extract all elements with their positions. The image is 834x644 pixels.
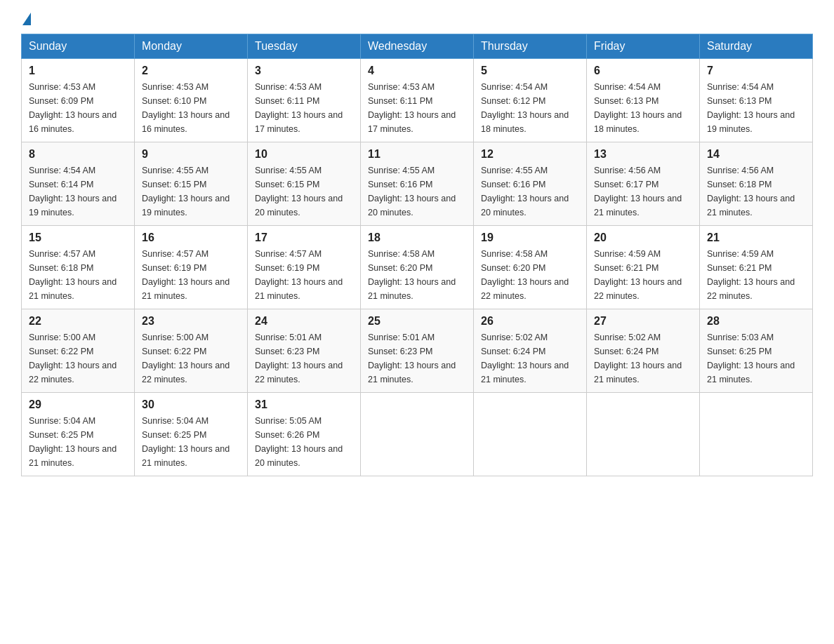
day-number: 29 [29, 398, 127, 411]
day-info: Sunrise: 5:01 AMSunset: 6:23 PMDaylight:… [368, 330, 466, 387]
day-number: 3 [255, 65, 353, 77]
calendar-week-row: 1Sunrise: 4:53 AMSunset: 6:09 PMDaylight… [22, 59, 813, 142]
day-number: 26 [481, 315, 579, 328]
weekday-header-thursday: Thursday [474, 34, 587, 59]
calendar-cell: 22Sunrise: 5:00 AMSunset: 6:22 PMDayligh… [22, 309, 135, 393]
calendar-cell: 19Sunrise: 4:58 AMSunset: 6:20 PMDayligh… [474, 226, 587, 309]
day-number: 27 [594, 315, 692, 328]
day-info: Sunrise: 4:53 AMSunset: 6:10 PMDaylight:… [142, 80, 240, 136]
calendar-cell: 8Sunrise: 4:54 AMSunset: 6:14 PMDaylight… [22, 142, 135, 226]
day-number: 24 [255, 315, 353, 328]
calendar-cell: 3Sunrise: 4:53 AMSunset: 6:11 PMDaylight… [248, 59, 361, 142]
day-number: 5 [481, 65, 579, 77]
day-info: Sunrise: 5:03 AMSunset: 6:25 PMDaylight:… [707, 330, 805, 387]
day-number: 25 [368, 315, 466, 328]
calendar-cell: 17Sunrise: 4:57 AMSunset: 6:19 PMDayligh… [248, 226, 361, 309]
calendar-table: SundayMondayTuesdayWednesdayThursdayFrid… [21, 34, 813, 476]
day-number: 9 [142, 148, 240, 161]
day-info: Sunrise: 4:55 AMSunset: 6:16 PMDaylight:… [481, 163, 579, 220]
day-info: Sunrise: 4:53 AMSunset: 6:11 PMDaylight:… [368, 80, 466, 136]
day-info: Sunrise: 4:54 AMSunset: 6:13 PMDaylight:… [594, 80, 692, 136]
day-info: Sunrise: 5:02 AMSunset: 6:24 PMDaylight:… [481, 330, 579, 387]
day-number: 14 [707, 148, 805, 161]
calendar-cell: 5Sunrise: 4:54 AMSunset: 6:12 PMDaylight… [474, 59, 587, 142]
calendar-cell: 23Sunrise: 5:00 AMSunset: 6:22 PMDayligh… [135, 309, 248, 393]
day-info: Sunrise: 5:04 AMSunset: 6:25 PMDaylight:… [29, 414, 127, 470]
calendar-cell: 26Sunrise: 5:02 AMSunset: 6:24 PMDayligh… [474, 309, 587, 393]
day-number: 11 [368, 148, 466, 161]
day-number: 22 [29, 315, 127, 328]
day-number: 4 [368, 65, 466, 77]
day-info: Sunrise: 4:57 AMSunset: 6:19 PMDaylight:… [142, 247, 240, 303]
day-info: Sunrise: 4:55 AMSunset: 6:15 PMDaylight:… [142, 163, 240, 220]
calendar-cell: 11Sunrise: 4:55 AMSunset: 6:16 PMDayligh… [361, 142, 474, 226]
calendar-cell: 15Sunrise: 4:57 AMSunset: 6:18 PMDayligh… [22, 226, 135, 309]
weekday-header-sunday: Sunday [22, 34, 135, 59]
day-info: Sunrise: 4:53 AMSunset: 6:11 PMDaylight:… [255, 80, 353, 136]
calendar-cell: 25Sunrise: 5:01 AMSunset: 6:23 PMDayligh… [361, 309, 474, 393]
day-info: Sunrise: 5:04 AMSunset: 6:25 PMDaylight:… [142, 414, 240, 470]
weekday-header-tuesday: Tuesday [248, 34, 361, 59]
day-number: 12 [481, 148, 579, 161]
weekday-header-friday: Friday [587, 34, 700, 59]
day-info: Sunrise: 4:57 AMSunset: 6:18 PMDaylight:… [29, 247, 127, 303]
calendar-cell: 28Sunrise: 5:03 AMSunset: 6:25 PMDayligh… [700, 309, 813, 393]
calendar-cell: 9Sunrise: 4:55 AMSunset: 6:15 PMDaylight… [135, 142, 248, 226]
calendar-cell: 2Sunrise: 4:53 AMSunset: 6:10 PMDaylight… [135, 59, 248, 142]
day-number: 6 [594, 65, 692, 77]
day-info: Sunrise: 4:53 AMSunset: 6:09 PMDaylight:… [29, 80, 127, 136]
day-info: Sunrise: 4:59 AMSunset: 6:21 PMDaylight:… [707, 247, 805, 303]
calendar-cell: 31Sunrise: 5:05 AMSunset: 6:26 PMDayligh… [248, 393, 361, 476]
day-number: 8 [29, 148, 127, 161]
day-info: Sunrise: 4:58 AMSunset: 6:20 PMDaylight:… [481, 247, 579, 303]
calendar-week-row: 15Sunrise: 4:57 AMSunset: 6:18 PMDayligh… [22, 226, 813, 309]
day-info: Sunrise: 4:58 AMSunset: 6:20 PMDaylight:… [368, 247, 466, 303]
day-number: 7 [707, 65, 805, 77]
calendar-cell: 7Sunrise: 4:54 AMSunset: 6:13 PMDaylight… [700, 59, 813, 142]
calendar-week-row: 22Sunrise: 5:00 AMSunset: 6:22 PMDayligh… [22, 309, 813, 393]
calendar-cell: 24Sunrise: 5:01 AMSunset: 6:23 PMDayligh… [248, 309, 361, 393]
day-info: Sunrise: 4:54 AMSunset: 6:14 PMDaylight:… [29, 163, 127, 220]
day-info: Sunrise: 4:54 AMSunset: 6:13 PMDaylight:… [707, 80, 805, 136]
day-info: Sunrise: 4:57 AMSunset: 6:19 PMDaylight:… [255, 247, 353, 303]
logo [21, 14, 31, 27]
day-number: 19 [481, 232, 579, 244]
page-header [21, 14, 813, 27]
day-number: 16 [142, 232, 240, 244]
day-info: Sunrise: 5:01 AMSunset: 6:23 PMDaylight:… [255, 330, 353, 387]
day-number: 31 [255, 398, 353, 411]
day-info: Sunrise: 4:59 AMSunset: 6:21 PMDaylight:… [594, 247, 692, 303]
calendar-cell [361, 393, 474, 476]
day-info: Sunrise: 5:00 AMSunset: 6:22 PMDaylight:… [142, 330, 240, 387]
calendar-cell: 14Sunrise: 4:56 AMSunset: 6:18 PMDayligh… [700, 142, 813, 226]
calendar-cell: 30Sunrise: 5:04 AMSunset: 6:25 PMDayligh… [135, 393, 248, 476]
day-number: 28 [707, 315, 805, 328]
day-info: Sunrise: 5:02 AMSunset: 6:24 PMDaylight:… [594, 330, 692, 387]
day-number: 13 [594, 148, 692, 161]
weekday-header-row: SundayMondayTuesdayWednesdayThursdayFrid… [22, 34, 813, 59]
calendar-cell: 1Sunrise: 4:53 AMSunset: 6:09 PMDaylight… [22, 59, 135, 142]
weekday-header-saturday: Saturday [700, 34, 813, 59]
day-number: 10 [255, 148, 353, 161]
day-number: 23 [142, 315, 240, 328]
calendar-cell: 16Sunrise: 4:57 AMSunset: 6:19 PMDayligh… [135, 226, 248, 309]
calendar-cell: 4Sunrise: 4:53 AMSunset: 6:11 PMDaylight… [361, 59, 474, 142]
day-info: Sunrise: 4:54 AMSunset: 6:12 PMDaylight:… [481, 80, 579, 136]
calendar-cell: 6Sunrise: 4:54 AMSunset: 6:13 PMDaylight… [587, 59, 700, 142]
day-info: Sunrise: 4:56 AMSunset: 6:18 PMDaylight:… [707, 163, 805, 220]
weekday-header-monday: Monday [135, 34, 248, 59]
day-info: Sunrise: 5:05 AMSunset: 6:26 PMDaylight:… [255, 414, 353, 470]
day-number: 30 [142, 398, 240, 411]
calendar-cell: 29Sunrise: 5:04 AMSunset: 6:25 PMDayligh… [22, 393, 135, 476]
day-number: 17 [255, 232, 353, 244]
day-number: 2 [142, 65, 240, 77]
day-number: 1 [29, 65, 127, 77]
day-info: Sunrise: 4:55 AMSunset: 6:15 PMDaylight:… [255, 163, 353, 220]
day-number: 15 [29, 232, 127, 244]
calendar-cell: 10Sunrise: 4:55 AMSunset: 6:15 PMDayligh… [248, 142, 361, 226]
day-number: 21 [707, 232, 805, 244]
day-number: 18 [368, 232, 466, 244]
calendar-cell [474, 393, 587, 476]
calendar-cell: 27Sunrise: 5:02 AMSunset: 6:24 PMDayligh… [587, 309, 700, 393]
day-info: Sunrise: 4:55 AMSunset: 6:16 PMDaylight:… [368, 163, 466, 220]
